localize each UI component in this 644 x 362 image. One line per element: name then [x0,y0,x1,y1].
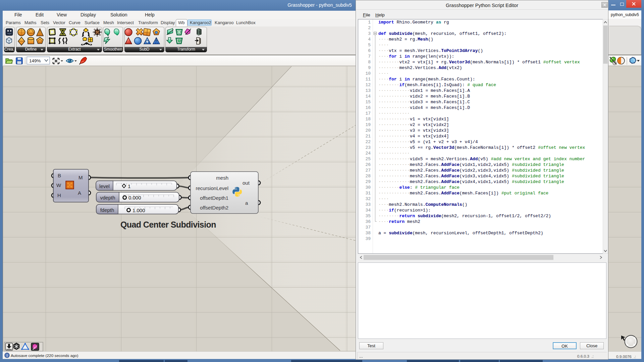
svg-text:!: ! [6,354,8,358]
